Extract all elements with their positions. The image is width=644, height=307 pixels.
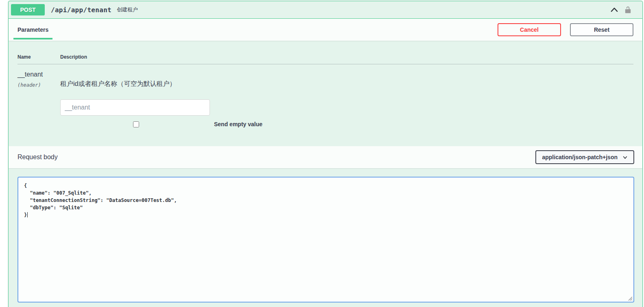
- parameter-location: (header): [17, 82, 60, 88]
- request-body-label: Request body: [13, 154, 58, 161]
- column-header-name: Name: [17, 54, 60, 60]
- parameters-section-header: Parameters Cancel Reset: [9, 19, 642, 41]
- send-empty-value-checkbox[interactable]: [133, 121, 139, 127]
- request-body-editor[interactable]: { "name": "007_Sqlite", "tenantConnectio…: [17, 177, 634, 303]
- parameter-description: 租户id或者租户名称（可空为默认租户）: [60, 80, 633, 88]
- column-header-description: Description: [60, 54, 633, 60]
- endpoint-path: /api/app/tenant: [51, 6, 111, 14]
- tenant-value-input[interactable]: [60, 99, 210, 116]
- http-method-badge: POST: [11, 4, 45, 15]
- parameters-tab-label: Parameters: [17, 26, 48, 33]
- endpoint-summary[interactable]: POST /api/app/tenant 创建租户: [9, 1, 642, 19]
- summary-icons: [610, 5, 632, 14]
- request-body-section: { "name": "007_Sqlite", "tenantConnectio…: [9, 168, 642, 307]
- api-endpoint-panel: POST /api/app/tenant 创建租户 Parameters Can…: [8, 1, 643, 307]
- header-buttons: Cancel Reset: [498, 23, 634, 36]
- cancel-button[interactable]: Cancel: [498, 23, 561, 36]
- reset-button[interactable]: Reset: [570, 23, 633, 36]
- parameters-table-header: Name Description: [17, 54, 633, 64]
- send-empty-value-row: Send empty value: [60, 121, 633, 127]
- request-body-json: { "name": "007_Sqlite", "tenantConnectio…: [24, 183, 177, 218]
- parameters-table: Name Description __tenant (header) 租户id或…: [9, 41, 642, 146]
- parameter-description-cell: 租户id或者租户名称（可空为默认租户） Send empty value: [60, 71, 633, 127]
- resize-grip-icon[interactable]: [628, 296, 633, 301]
- text-cursor: [27, 212, 28, 217]
- send-empty-value-label: Send empty value: [214, 121, 262, 127]
- tab-parameters[interactable]: Parameters: [13, 19, 52, 41]
- parameter-name-cell: __tenant (header): [17, 71, 60, 127]
- chevron-down-icon: [622, 155, 628, 160]
- content-type-select[interactable]: application/json-patch+json: [535, 150, 634, 164]
- parameter-name: __tenant: [17, 71, 60, 78]
- content-type-value: application/json-patch+json: [542, 154, 618, 160]
- unlocked-padlock-icon[interactable]: [624, 6, 632, 14]
- chevron-up-icon[interactable]: [610, 5, 619, 14]
- endpoint-summary-text: 创建租户: [117, 6, 138, 13]
- request-body-section-header: Request body application/json-patch+json: [9, 146, 642, 168]
- parameter-row: __tenant (header) 租户id或者租户名称（可空为默认租户） Se…: [17, 64, 633, 127]
